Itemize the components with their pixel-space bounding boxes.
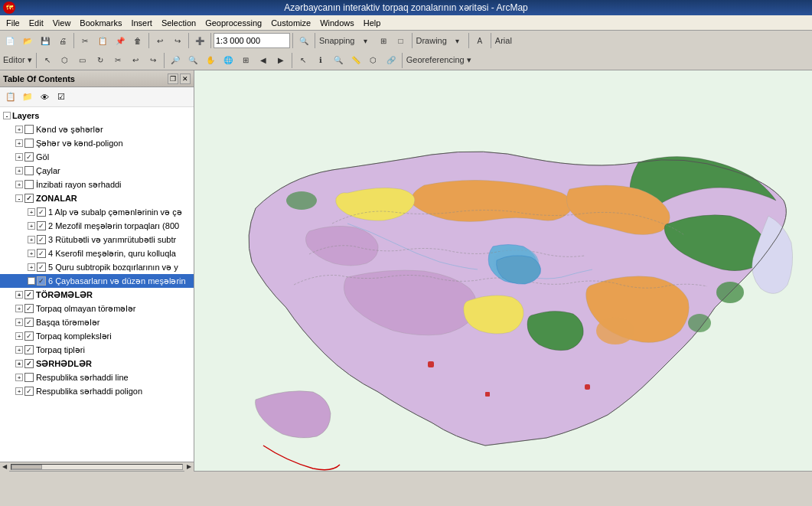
drawing-dropdown[interactable]: ▾ (449, 32, 466, 49)
tipleri-expand[interactable]: + (15, 346, 23, 354)
kend-expand[interactable]: + (15, 126, 23, 133)
menu-bookmarks[interactable]: Bookmarks (75, 18, 126, 28)
snap-grid[interactable]: ⊞ (375, 32, 392, 49)
rutub-checkbox[interactable] (37, 235, 46, 244)
rotate-tool[interactable]: ↻ (92, 52, 109, 69)
scroll-right[interactable]: ▶ (184, 462, 194, 472)
menu-customize[interactable]: Customize (266, 18, 315, 28)
zoom-out-map[interactable]: 🔍 (184, 52, 201, 69)
edit-undo[interactable]: ↩ (127, 52, 144, 69)
menu-view[interactable]: View (48, 18, 76, 28)
layer-kend[interactable]: + Kənd və şəhərlər (0, 122, 194, 136)
inzibati-expand[interactable]: + (15, 181, 23, 188)
new-button[interactable]: 📄 (2, 32, 18, 49)
edit-vertices[interactable]: ⬡ (57, 52, 73, 69)
tipleri-checkbox[interactable] (24, 345, 34, 354)
menu-help[interactable]: Help (359, 18, 386, 28)
kompleks-checkbox[interactable] (24, 331, 34, 341)
save-button[interactable]: 💾 (37, 32, 54, 49)
edit-redo[interactable]: ↪ (145, 52, 161, 69)
list-by-selection[interactable]: ☑ (54, 90, 69, 105)
zonalar-checkbox[interactable] (24, 194, 34, 203)
toc-restore-btn[interactable]: ❐ (168, 73, 178, 84)
edit-tool[interactable]: ↖ (39, 52, 56, 69)
menu-edit[interactable]: Edit (24, 18, 48, 28)
measure-tool[interactable]: 📏 (347, 52, 364, 69)
layer-seher[interactable]: + Şəhər və kənd-poligon (0, 136, 194, 150)
resp-poligon-checkbox[interactable] (24, 387, 34, 396)
alp-expand[interactable]: + (28, 208, 35, 216)
snapping-toggle[interactable]: ▾ (357, 32, 374, 49)
layer-resp-line[interactable]: + Respublika sərhaddi line (0, 371, 194, 384)
mezofil-expand[interactable]: + (28, 222, 35, 230)
serhedler-expand[interactable]: + (15, 360, 23, 367)
resp-poligon-expand[interactable]: + (15, 387, 23, 395)
mezofil-checkbox[interactable] (37, 221, 46, 230)
torpaq-olmayan-checkbox[interactable] (24, 304, 34, 313)
map-area[interactable] (194, 70, 812, 471)
seher-expand[interactable]: + (15, 139, 23, 147)
edit-select[interactable]: ▭ (74, 52, 91, 69)
gol-checkbox[interactable] (24, 152, 34, 162)
menu-windows[interactable]: Windows (315, 18, 359, 28)
list-by-drawing-order[interactable]: 📋 (3, 90, 18, 105)
layer-caylar[interactable]: + Çaylar (0, 164, 194, 178)
zoom-prev[interactable]: ◀ (255, 52, 272, 69)
basha-expand[interactable]: + (15, 318, 23, 326)
full-extent[interactable]: ⊞ (237, 52, 254, 69)
caybasar-checkbox[interactable] (37, 276, 46, 286)
layers-expand[interactable]: - (3, 112, 11, 119)
layers-group[interactable]: - Layers (0, 109, 194, 122)
find-tool[interactable]: 🔍 (330, 52, 347, 69)
snap-pt[interactable]: □ (393, 32, 409, 49)
layer-zonalar[interactable]: - ZONALAR (0, 191, 194, 205)
kserofil-expand[interactable]: + (28, 250, 35, 257)
menu-insert[interactable]: Insert (126, 18, 157, 28)
zoom-in-button[interactable]: 🔍 (295, 32, 312, 49)
cut-button[interactable]: ✂ (77, 32, 93, 49)
resp-line-checkbox[interactable] (24, 373, 34, 382)
torpaq-olmayan-expand[interactable]: + (15, 305, 23, 312)
layer-resp-poligon[interactable]: + Respublika sərhaddi poligon (0, 384, 194, 398)
kend-checkbox[interactable] (24, 125, 34, 134)
layer-mezofil[interactable]: + 2 Mezofil meşələrin torpaqları (800 (0, 219, 194, 233)
layer-torpaq-olmayan[interactable]: + Torpaq olmayan törəmələr (0, 302, 194, 315)
alp-checkbox[interactable] (37, 207, 46, 217)
layer-torpaq-kompleks[interactable]: + Torpaq kompleksləri (0, 329, 194, 343)
serhedler-checkbox[interactable] (24, 359, 34, 368)
scale-input[interactable] (214, 33, 290, 48)
paste-button[interactable]: 📌 (112, 32, 129, 49)
caybasar-expand[interactable]: + (28, 277, 35, 285)
identify-tool[interactable]: ⬡ (365, 52, 382, 69)
copy-button[interactable]: 📋 (94, 32, 111, 49)
pan-tool[interactable]: ✋ (202, 52, 219, 69)
info-tool[interactable]: ℹ (312, 52, 329, 69)
delete-button[interactable]: 🗑 (129, 32, 146, 49)
layer-torpaq-tipleri[interactable]: + Torpaq tipləri (0, 343, 194, 357)
undo-button[interactable]: ↩ (152, 32, 168, 49)
select-features[interactable]: ↖ (295, 52, 311, 69)
open-button[interactable]: 📂 (19, 32, 36, 49)
kserofil-checkbox[interactable] (37, 249, 46, 258)
scroll-left[interactable]: ◀ (0, 462, 9, 472)
inzibati-checkbox[interactable] (24, 180, 34, 189)
layer-alp[interactable]: + 1 Alp və subalp çəmənlərinin və çə (0, 205, 194, 219)
kompleks-expand[interactable]: + (15, 332, 23, 340)
text-tool[interactable]: A (471, 32, 488, 49)
gol-expand[interactable]: + (15, 153, 23, 161)
add-data-button[interactable]: ➕ (191, 32, 208, 49)
scroll-track[interactable] (11, 464, 183, 470)
layer-basha-toreme[interactable]: + Başqa törəmələr (0, 315, 194, 329)
seher-checkbox[interactable] (24, 139, 34, 148)
layer-gol[interactable]: + Göl (0, 150, 194, 164)
menu-file[interactable]: File (2, 18, 24, 28)
toremeler-expand[interactable]: + (15, 291, 23, 299)
basha-checkbox[interactable] (24, 318, 34, 327)
guru-checkbox[interactable] (37, 263, 46, 272)
layer-kserofil[interactable]: + 4 Kserofil meşələrin, quru kolluqla (0, 246, 194, 260)
menu-geoprocessing[interactable]: Geoprocessing (201, 18, 266, 28)
toc-scrollbar[interactable]: ◀ ▶ (0, 462, 194, 471)
layer-serhedler[interactable]: + SƏRHƏDLƏR (0, 357, 194, 371)
layers-tree[interactable]: - Layers + Kənd və şəhərlər + Şəhər və k… (0, 107, 194, 462)
layer-toremeler[interactable]: + TÖRƏMƏLƏR (0, 288, 194, 302)
